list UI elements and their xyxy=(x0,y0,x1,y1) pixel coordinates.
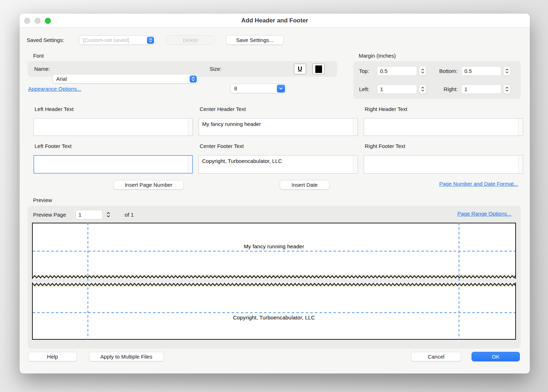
saved-settings-select[interactable]: [Custom-not saved] xyxy=(79,35,156,45)
stepper-up-icon xyxy=(505,86,509,89)
margin-right-label: Right: xyxy=(426,86,458,92)
font-size-label: Size: xyxy=(210,66,221,72)
titlebar: Add Header and Footer xyxy=(20,14,530,28)
center-footer-textarea[interactable]: Copyright, Turboencabulator, LLC xyxy=(199,155,358,174)
font-color-button[interactable] xyxy=(312,64,325,74)
margin-group-label: Margin (Inches) xyxy=(359,53,396,59)
left-header-label: Left Header Text xyxy=(35,106,74,112)
dialog-title: Add Header and Footer xyxy=(241,17,308,24)
stepper-down-icon xyxy=(505,89,509,92)
font-name-select[interactable]: Arial xyxy=(52,74,198,84)
preview-page-canvas: My fancy running header Copyright, Turbo… xyxy=(32,223,516,340)
page-number-date-format-link[interactable]: Page Number and Date Format... xyxy=(439,181,518,187)
left-header-textarea[interactable] xyxy=(33,118,193,136)
preview-panel: Preview Page of 1 Page Range Options... … xyxy=(28,206,521,349)
insert-date-button[interactable]: Insert Date xyxy=(280,180,330,190)
margin-bottom-label: Bottom: xyxy=(426,68,458,74)
saved-settings-label: Saved Settings: xyxy=(27,37,64,43)
save-settings-button[interactable]: Save Settings... xyxy=(226,35,284,45)
color-swatch xyxy=(315,65,322,73)
font-size-select[interactable]: 8 xyxy=(230,84,286,93)
preview-footer-text: Copyright, Turboencabulator, LLC xyxy=(33,314,515,321)
font-name-label: Name: xyxy=(34,66,50,72)
stepper-up-icon xyxy=(421,68,425,71)
appearance-options-link[interactable]: Appearance Options... xyxy=(28,86,81,92)
margin-left-stepper[interactable] xyxy=(419,84,426,94)
stepper-down-icon xyxy=(421,89,425,92)
select-updown-chevrons-icon xyxy=(147,37,154,44)
stepper-up-icon xyxy=(106,212,110,214)
torn-edge-icon xyxy=(33,282,515,287)
margin-right-stepper[interactable] xyxy=(503,84,511,94)
stepper-down-icon xyxy=(106,215,110,218)
preview-section-label: Preview xyxy=(33,197,52,203)
apply-to-multiple-files-button[interactable]: Apply to Multiple Files xyxy=(89,352,164,361)
margin-bottom-stepper[interactable] xyxy=(503,66,511,76)
right-header-label: Right Header Text xyxy=(365,106,407,112)
stepper-down-icon xyxy=(421,71,425,74)
minimize-window-button[interactable] xyxy=(35,18,41,24)
margin-right-input[interactable] xyxy=(461,84,501,94)
center-header-label: Center Header Text xyxy=(200,106,246,112)
preview-header-text: My fancy running header xyxy=(33,243,515,249)
page-range-options-link[interactable]: Page Range Options... xyxy=(457,211,511,217)
font-group-label: Font xyxy=(33,53,44,59)
margin-top-input[interactable] xyxy=(377,66,417,76)
ok-button[interactable]: OK xyxy=(471,352,520,361)
stepper-up-icon xyxy=(505,68,509,71)
font-size-value: 8 xyxy=(234,85,237,91)
zoom-window-button[interactable] xyxy=(45,18,51,24)
right-header-textarea[interactable] xyxy=(364,118,523,136)
cancel-button[interactable]: Cancel xyxy=(411,352,461,361)
margin-group: Top: Bottom: Left: Right: xyxy=(353,61,521,99)
add-header-footer-dialog: Add Header and Footer Saved Settings: [C… xyxy=(20,14,530,374)
underline-button[interactable]: U xyxy=(294,64,306,74)
delete-button[interactable]: Delete xyxy=(167,35,215,45)
preview-page-count: of 1 xyxy=(125,212,134,218)
center-header-textarea[interactable]: My fancy running header xyxy=(199,118,358,136)
margin-top-label: Top: xyxy=(359,68,377,74)
left-footer-label: Left Footer Text xyxy=(35,143,72,149)
font-name-value: Arial xyxy=(56,76,67,82)
left-margin-guide-line xyxy=(88,223,88,340)
chevron-down-icon xyxy=(277,85,285,92)
right-footer-label: Right Footer Text xyxy=(365,143,405,149)
header-margin-guide-line xyxy=(33,251,515,251)
select-updown-chevrons-icon xyxy=(190,75,197,83)
preview-page-stepper[interactable] xyxy=(105,210,112,219)
insert-page-number-button[interactable]: Insert Page Number xyxy=(114,180,184,190)
footer-margin-guide-line xyxy=(33,312,515,313)
center-footer-label: Center Footer Text xyxy=(200,143,244,149)
margin-left-input[interactable] xyxy=(377,84,417,94)
margin-bottom-input[interactable] xyxy=(461,66,501,76)
margin-top-stepper[interactable] xyxy=(419,66,426,76)
stepper-down-icon xyxy=(505,71,509,74)
close-window-button[interactable] xyxy=(24,18,30,24)
margin-left-label: Left: xyxy=(359,86,377,92)
preview-page-bottom-fragment: Copyright, Turboencabulator, LLC xyxy=(32,282,516,340)
torn-edge-icon xyxy=(33,275,515,279)
preview-page-label: Preview Page xyxy=(33,212,66,218)
preview-page-top-fragment: My fancy running header xyxy=(32,223,516,279)
saved-settings-value: [Custom-not saved] xyxy=(83,37,129,43)
preview-page-input[interactable] xyxy=(75,210,102,219)
right-footer-textarea[interactable] xyxy=(364,155,523,174)
left-footer-textarea[interactable] xyxy=(33,155,193,174)
help-button[interactable]: Help xyxy=(28,352,77,361)
right-margin-guide-line xyxy=(459,223,459,340)
stepper-up-icon xyxy=(421,86,425,89)
